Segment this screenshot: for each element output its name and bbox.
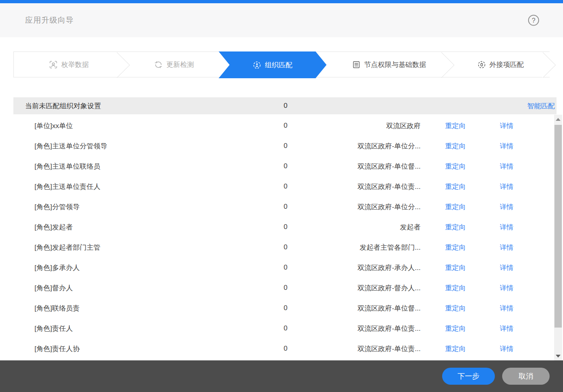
redirect-link[interactable]: 重定向 — [421, 344, 490, 353]
triangle-down-icon — [556, 355, 561, 358]
redirect-link[interactable]: 重定向 — [421, 182, 490, 191]
row-target: 双流区政府-单位责... — [309, 324, 421, 333]
step-label: 枚举数据 — [61, 60, 89, 69]
row-name: [角色]多承办人 — [34, 263, 262, 272]
next-step-button[interactable]: 下一步 — [442, 368, 495, 385]
row-target: 双流区政府-承办人... — [309, 263, 421, 272]
header-count: 0 — [262, 102, 309, 110]
table-row: [角色]督办人 0 双流区政府-督办人... 重定向 详情 — [13, 278, 550, 298]
details-link[interactable]: 详情 — [490, 344, 523, 353]
redirect-link[interactable]: 重定向 — [421, 223, 490, 232]
row-name: [角色]主送单位联络员 — [34, 162, 262, 171]
redirect-link[interactable]: 重定向 — [421, 162, 490, 171]
help-button[interactable]: ? — [528, 15, 539, 26]
org-target-icon — [253, 61, 261, 69]
step-label: 外接项匹配 — [490, 60, 524, 69]
row-count: 0 — [262, 284, 309, 292]
details-link[interactable]: 详情 — [490, 202, 523, 212]
redirect-link[interactable]: 重定向 — [421, 304, 490, 313]
row-target: 发起者主管各部门... — [309, 243, 421, 252]
row-count: 0 — [262, 243, 309, 251]
table-row: [角色]责任人协 0 双流区政府-单位责... 重定向 详情 — [13, 338, 550, 359]
step-label: 节点权限与基础数据 — [364, 60, 426, 69]
scrollbar-thumb[interactable] — [554, 125, 562, 328]
step-external-item-match[interactable]: 外接项匹配 — [450, 52, 551, 77]
step-node-permissions[interactable]: 节点权限与基础数据 — [328, 52, 450, 77]
row-name: [角色]责任人 — [34, 324, 262, 333]
row-target: 双流区政府-单位分... — [309, 141, 421, 151]
table-row: [角色]主送单位责任人 0 双流区政府-单位责... 重定向 详情 — [13, 176, 550, 197]
redirect-link[interactable]: 重定向 — [421, 243, 490, 252]
row-name: [角色]责任人协 — [34, 344, 262, 353]
step-enumerate-data[interactable]: 枚举数据 — [14, 52, 124, 77]
row-count: 0 — [262, 263, 309, 272]
face-scan-icon — [49, 60, 58, 69]
details-link[interactable]: 详情 — [490, 141, 523, 151]
step-update-check[interactable]: 更新检测 — [127, 52, 221, 77]
details-link[interactable]: 详情 — [490, 304, 523, 313]
smart-match-link[interactable]: 智能匹配 — [527, 101, 557, 111]
row-target: 发起者 — [309, 223, 421, 232]
table-row: [角色]发起者部门主管 0 发起者主管各部门... 重定向 详情 — [13, 237, 550, 257]
table-row: [角色]分管领导 0 双流区政府-单位分... 重定向 详情 — [13, 197, 550, 217]
step-label: 更新检测 — [166, 60, 194, 69]
redirect-link[interactable]: 重定向 — [421, 263, 490, 272]
row-count: 0 — [262, 324, 309, 332]
table-body: [单位]xx单位 0 双流区政府 重定向 详情 [角色]主送单位分管领导 0 双… — [13, 116, 550, 359]
row-target: 双流区政府 — [309, 121, 421, 131]
vertical-scrollbar[interactable] — [554, 115, 562, 360]
details-link[interactable]: 详情 — [490, 243, 523, 252]
redirect-link[interactable]: 重定向 — [421, 141, 490, 151]
redirect-link[interactable]: 重定向 — [421, 283, 490, 293]
row-name: [角色]发起者部门主管 — [34, 243, 262, 252]
scroll-up-button[interactable] — [554, 115, 562, 124]
scroll-down-button[interactable] — [554, 351, 562, 360]
row-target: 双流区政府-单位责... — [309, 182, 421, 191]
triangle-up-icon — [556, 118, 561, 121]
document-list-icon — [352, 60, 361, 69]
details-link[interactable]: 详情 — [490, 121, 523, 131]
row-name: [角色]联络员责 — [34, 304, 262, 313]
row-count: 0 — [262, 223, 309, 231]
details-link[interactable]: 详情 — [490, 263, 523, 272]
row-name: [角色]督办人 — [34, 283, 262, 293]
question-mark-icon: ? — [532, 17, 535, 24]
row-count: 0 — [262, 203, 309, 211]
dialog-footer: 下一步 取消 — [0, 360, 563, 392]
details-link[interactable]: 详情 — [490, 324, 523, 333]
dashed-circle-zero-icon — [477, 60, 486, 69]
row-count: 0 — [262, 142, 309, 150]
page-title: 应用升级向导 — [25, 15, 74, 26]
details-link[interactable]: 详情 — [490, 182, 523, 191]
details-link[interactable]: 详情 — [490, 223, 523, 232]
row-count: 0 — [262, 345, 309, 353]
table-row: [角色]发起者 0 发起者 重定向 详情 — [13, 217, 550, 237]
table-row: [角色]多承办人 0 双流区政府-承办人... 重定向 详情 — [13, 257, 550, 278]
redirect-link[interactable]: 重定向 — [421, 202, 490, 212]
row-target: 双流区政府-单位督... — [309, 162, 421, 171]
top-accent-bar — [0, 0, 563, 3]
cancel-button[interactable]: 取消 — [502, 368, 550, 385]
header-group-title: 当前未匹配组织对象设置 — [25, 101, 262, 111]
row-target: 双流区政府-单位督... — [309, 304, 421, 313]
row-name: [单位]xx单位 — [34, 121, 262, 131]
row-count: 0 — [262, 162, 309, 170]
details-link[interactable]: 详情 — [490, 283, 523, 293]
row-name: [角色]主送单位分管领导 — [34, 141, 262, 151]
row-count: 0 — [262, 122, 309, 130]
step-organization-match[interactable]: 组织匹配 — [219, 51, 327, 78]
table-row: [角色]主送单位分管领导 0 双流区政府-单位分... 重定向 详情 — [13, 136, 550, 156]
details-link[interactable]: 详情 — [490, 162, 523, 171]
row-name: [角色]主送单位责任人 — [34, 182, 262, 191]
row-name: [角色]分管领导 — [34, 202, 262, 212]
table-row: [单位]xx单位 0 双流区政府 重定向 详情 — [13, 116, 550, 136]
dialog-titlebar: 应用升级向导 ? — [0, 3, 563, 37]
table-header-row: 当前未匹配组织对象设置 0 智能匹配 — [13, 97, 557, 114]
row-count: 0 — [262, 182, 309, 191]
redirect-link[interactable]: 重定向 — [421, 324, 490, 333]
refresh-icon — [154, 60, 163, 69]
table-row: [角色]联络员责 0 双流区政府-单位督... 重定向 详情 — [13, 298, 550, 318]
redirect-link[interactable]: 重定向 — [421, 121, 490, 131]
row-name: [角色]发起者 — [34, 223, 262, 232]
wizard-step-bar: 枚举数据 更新检测 组织匹配 节点权限与基础数据 外接项匹配 — [13, 51, 550, 77]
